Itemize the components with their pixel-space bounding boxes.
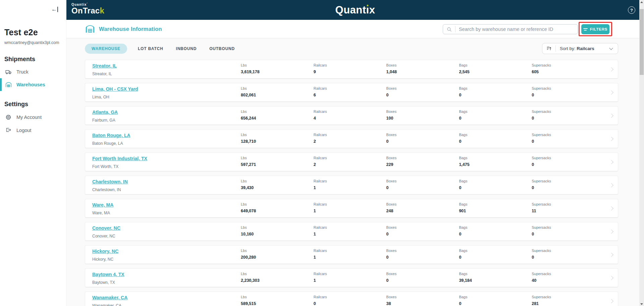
stat-boxes: Boxes 0 xyxy=(386,130,459,148)
row-chevron-icon[interactable] xyxy=(604,83,618,101)
stat-boxes: Boxes 1,048 xyxy=(386,60,459,78)
warehouse-link[interactable]: Baytown 4, TX xyxy=(92,272,124,277)
stat-boxes: Boxes 38 xyxy=(386,292,459,306)
warehouse-list: Streator, IL Streator, IL Lbs 3,619,178 … xyxy=(85,60,618,306)
warehouse-location: Fairburn, GA xyxy=(92,118,241,123)
stat-supersacks: Supersacks 281 xyxy=(532,292,604,306)
tab-bar: WAREHOUSE LOT BATCH INBOUND OUTBOUND xyxy=(85,44,237,54)
stat-lbs: Lbs 10,160 xyxy=(241,222,314,241)
tab-inbound[interactable]: INBOUND xyxy=(174,44,199,54)
warehouse-link[interactable]: Lima, OH - CSX Yard xyxy=(92,86,138,92)
section-title-settings: Settings xyxy=(4,101,28,108)
warehouse-location: Fort Worth, TX xyxy=(92,164,241,169)
sort-dropdown[interactable]: Sort by: Railcars xyxy=(542,43,618,54)
search-input[interactable] xyxy=(459,27,578,32)
warehouse-location: Streator, IL xyxy=(92,72,241,76)
warehouse-location: Baytown, TX xyxy=(92,280,241,285)
scroll-up-arrow-icon[interactable] xyxy=(640,1,643,3)
stat-lbs: Lbs 200,280 xyxy=(241,246,314,264)
user-name: Test e2e xyxy=(4,28,38,37)
table-row[interactable]: Ware, MA Ware, MA Lbs 649,078 Railcars 1… xyxy=(85,199,618,218)
top-header: Quantix’ OnTrack Quantıx ? xyxy=(66,0,644,20)
warehouse-name-cell: Hickory, NC Hickory, NC xyxy=(85,246,241,264)
table-row[interactable]: Fort Worth Industrial, TX Fort Worth, TX… xyxy=(85,152,618,171)
warehouse-name-cell: Ware, MA Ware, MA xyxy=(85,199,241,217)
table-row[interactable]: Wanamaker, CA Wanamaker, CA Lbs 589,515 … xyxy=(85,292,618,306)
table-row[interactable]: Lima, OH - CSX Yard Lima, OH Lbs 802,061… xyxy=(85,83,618,102)
stat-railcars: Railcars 6 xyxy=(314,83,386,101)
sidebar-item-logout[interactable]: Logout xyxy=(0,124,66,137)
stat-lbs: Lbs 3,619,178 xyxy=(241,60,314,78)
stat-boxes: Boxes 100 xyxy=(386,106,459,125)
row-chevron-icon[interactable] xyxy=(604,106,618,125)
table-row[interactable]: Hickory, NC Hickory, NC Lbs 200,280 Rail… xyxy=(85,245,618,264)
warehouse-name-cell: Lima, OH - CSX Yard Lima, OH xyxy=(85,83,241,101)
warehouse-link[interactable]: Streator, IL xyxy=(92,63,117,69)
table-row[interactable]: Charlestown, IN Charlestown, IN Lbs 39,4… xyxy=(85,176,618,194)
stat-supersacks: Supersacks 0 xyxy=(532,130,604,148)
warehouse-location: Wanamaker, CA xyxy=(92,303,241,306)
table-row[interactable]: Baytown 4, TX Baytown, TX Lbs 2,230,303 … xyxy=(85,268,618,287)
filters-button[interactable]: FILTERS xyxy=(581,24,609,34)
logo-i-dot xyxy=(367,5,369,6)
sidebar-item-label: Warehouses xyxy=(16,82,45,87)
tab-outbound[interactable]: OUTBOUND xyxy=(207,44,237,54)
help-icon[interactable]: ? xyxy=(628,6,635,14)
row-chevron-icon[interactable] xyxy=(604,269,618,287)
stat-bags: Bags 0 xyxy=(459,246,532,264)
warehouse-link[interactable]: Conover, NC xyxy=(92,225,120,231)
collapse-arrow: ← xyxy=(51,6,57,13)
sort-divider xyxy=(555,45,556,52)
row-chevron-icon[interactable] xyxy=(604,176,618,194)
table-row[interactable]: Baton Rouge, LA Baton Rouge, LA Lbs 128,… xyxy=(85,129,618,148)
sidebar-collapse-icon[interactable]: ← xyxy=(51,6,58,13)
stat-lbs: Lbs 656,244 xyxy=(241,106,314,125)
stat-bags: Bags 2,545 xyxy=(459,60,532,78)
warehouse-link[interactable]: Hickory, NC xyxy=(92,249,118,254)
warehouse-link[interactable]: Wanamaker, CA xyxy=(92,295,127,300)
stat-railcars: Railcars 4 xyxy=(314,106,386,125)
warehouse-location: Baton Rouge, LA xyxy=(92,141,241,146)
sidebar-item-my-account[interactable]: My Account xyxy=(0,111,66,124)
tab-warehouse[interactable]: WAREHOUSE xyxy=(85,44,127,54)
stat-supersacks: Supersacks 0 xyxy=(532,246,604,264)
stat-bags: Bags 0 xyxy=(459,292,532,306)
warehouse-link[interactable]: Atlanta, GA xyxy=(92,110,118,115)
stat-supersacks: Supersacks 40 xyxy=(532,269,604,287)
row-chevron-icon[interactable] xyxy=(604,199,618,217)
row-chevron-icon[interactable] xyxy=(604,292,618,306)
table-row[interactable]: Conover, NC Conover, NC Lbs 10,160 Railc… xyxy=(85,222,618,241)
stat-bags: Bags 0 xyxy=(459,222,532,241)
row-chevron-icon[interactable] xyxy=(604,153,618,171)
stat-lbs: Lbs 597,271 xyxy=(241,153,314,171)
sidebar-item-truck[interactable]: Truck xyxy=(0,65,66,78)
quantix-logo: Quantıx xyxy=(66,4,644,16)
stat-supersacks: Supersacks 605 xyxy=(532,60,604,78)
warehouse-link[interactable]: Charlestown, IN xyxy=(92,179,128,184)
stat-bags: Bags 901 xyxy=(459,199,532,217)
stat-supersacks: Supersacks 0 xyxy=(532,222,604,241)
warehouse-name-cell: Charlestown, IN Charlestown, IN xyxy=(85,176,241,194)
warehouse-location: Conover, NC xyxy=(92,234,241,238)
warehouse-link[interactable]: Fort Worth Industrial, TX xyxy=(92,156,147,161)
sidebar: ← Test e2e wmccartney@quantix3pl.com Shi… xyxy=(0,0,66,306)
warehouse-link[interactable]: Ware, MA xyxy=(92,202,113,208)
stat-lbs: Lbs 2,230,303 xyxy=(241,269,314,287)
table-row[interactable]: Atlanta, GA Fairburn, GA Lbs 656,244 Rai… xyxy=(85,106,618,125)
title-band: Warehouse Information FILTERS xyxy=(66,20,644,38)
tab-lot-batch[interactable]: LOT BATCH xyxy=(136,44,165,54)
scrollbar[interactable] xyxy=(639,0,644,306)
warehouse-title-icon xyxy=(85,24,99,34)
row-chevron-icon[interactable] xyxy=(604,60,618,78)
sidebar-item-warehouses[interactable]: Warehouses xyxy=(0,78,66,91)
stat-railcars: Railcars 1 xyxy=(314,176,386,194)
warehouse-link[interactable]: Baton Rouge, LA xyxy=(92,133,130,138)
scrollbar-thumb[interactable] xyxy=(640,9,644,75)
stat-bags: Bags 0 xyxy=(459,176,532,194)
table-row[interactable]: Streator, IL Streator, IL Lbs 3,619,178 … xyxy=(85,60,618,79)
row-chevron-icon[interactable] xyxy=(604,222,618,241)
row-chevron-icon[interactable] xyxy=(604,246,618,264)
scroll-down-arrow-icon[interactable] xyxy=(640,303,643,305)
row-chevron-icon[interactable] xyxy=(604,130,618,148)
stat-railcars: Railcars 2 xyxy=(314,153,386,171)
